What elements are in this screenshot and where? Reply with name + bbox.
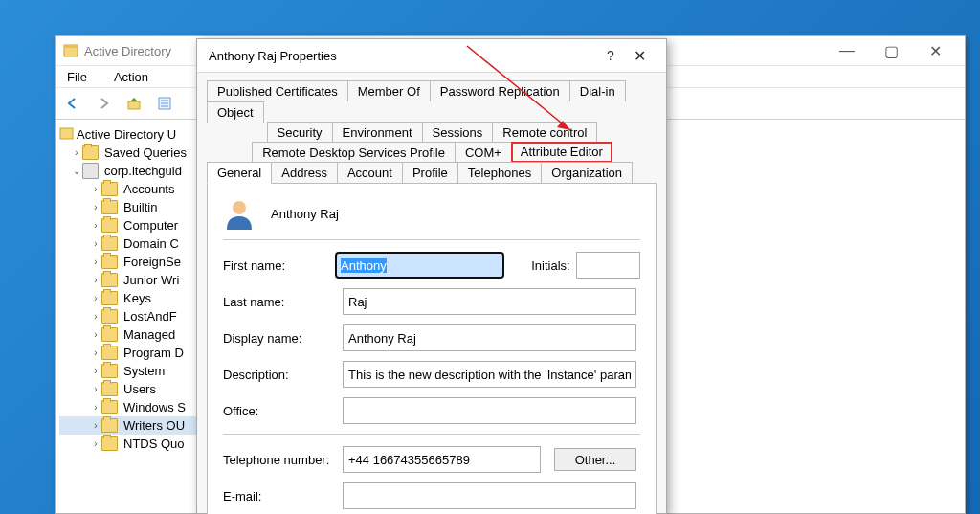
tree-item-label: ForeignSe bbox=[123, 255, 181, 269]
expand-icon[interactable]: › bbox=[90, 220, 101, 231]
tab-panel-general: Anthony Raj First name: Initials: Last n… bbox=[207, 183, 657, 514]
tab-address[interactable]: Address bbox=[271, 162, 338, 184]
label-first-name: First name: bbox=[223, 258, 335, 273]
folder-icon bbox=[101, 291, 118, 305]
domain-icon bbox=[82, 163, 99, 179]
expand-icon[interactable]: › bbox=[90, 293, 101, 303]
folder-icon bbox=[101, 400, 118, 414]
divider bbox=[223, 239, 640, 240]
menu-action[interactable]: Action bbox=[108, 68, 154, 86]
folder-icon bbox=[101, 182, 118, 196]
expand-icon[interactable]: › bbox=[90, 384, 101, 394]
expand-icon[interactable]: › bbox=[71, 147, 82, 158]
tab-telephones[interactable]: Telephones bbox=[457, 162, 543, 184]
folder-icon bbox=[101, 436, 118, 451]
forward-button[interactable] bbox=[90, 91, 117, 116]
close-button[interactable]: ✕ bbox=[913, 36, 957, 65]
tree-item-label: LostAndF bbox=[123, 309, 177, 324]
tab-security[interactable]: Security bbox=[267, 122, 333, 143]
expand-icon[interactable]: › bbox=[90, 366, 101, 376]
tab-account[interactable]: Account bbox=[337, 162, 403, 184]
tab-general[interactable]: General bbox=[207, 162, 272, 184]
folder-icon bbox=[101, 327, 118, 342]
expand-icon[interactable]: › bbox=[90, 275, 101, 285]
menu-file[interactable]: File bbox=[61, 68, 93, 86]
dialog-tabs: Published CertificatesMember OfPassword … bbox=[197, 73, 666, 184]
back-button[interactable] bbox=[59, 91, 86, 116]
expand-icon[interactable]: › bbox=[90, 311, 101, 322]
tab-profile[interactable]: Profile bbox=[402, 162, 458, 184]
tree-item-label: System bbox=[123, 364, 165, 378]
folder-icon bbox=[101, 364, 118, 378]
label-email: E-mail: bbox=[223, 489, 343, 503]
folder-icon bbox=[101, 309, 118, 324]
tree-item-label: Builtin bbox=[123, 200, 157, 214]
tree-item-label: Program D bbox=[123, 346, 184, 360]
label-office: Office: bbox=[223, 404, 343, 418]
properties-button[interactable] bbox=[151, 91, 178, 116]
folder-icon bbox=[101, 273, 118, 287]
tab-object[interactable]: Object bbox=[207, 101, 264, 123]
tab-com+[interactable]: COM+ bbox=[455, 142, 512, 163]
expand-icon[interactable]: › bbox=[90, 420, 101, 431]
expand-icon[interactable]: › bbox=[90, 238, 101, 249]
svg-rect-1 bbox=[64, 45, 78, 48]
expand-icon[interactable]: › bbox=[90, 257, 101, 267]
telephone-field[interactable] bbox=[343, 446, 541, 473]
folder-icon bbox=[101, 200, 118, 214]
dialog-close-button[interactable]: ✕ bbox=[624, 47, 655, 65]
last-name-field[interactable] bbox=[343, 288, 636, 315]
tree-item-label: Keys bbox=[123, 291, 151, 305]
dialog-titlebar: Anthony Raj Properties ? ✕ bbox=[197, 39, 666, 73]
svg-rect-2 bbox=[128, 101, 140, 109]
user-display-name: Anthony Raj bbox=[271, 207, 339, 221]
dialog-title: Anthony Raj Properties bbox=[209, 49, 597, 63]
properties-dialog: Anthony Raj Properties ? ✕ Published Cer… bbox=[196, 38, 667, 514]
up-button[interactable] bbox=[121, 91, 147, 116]
expand-icon[interactable]: › bbox=[90, 402, 101, 413]
expand-icon[interactable]: › bbox=[90, 202, 101, 212]
folder-icon bbox=[101, 382, 118, 396]
office-field[interactable] bbox=[343, 397, 636, 424]
telephone-other-button[interactable]: Other... bbox=[554, 448, 636, 471]
first-name-field[interactable] bbox=[335, 252, 504, 279]
help-button[interactable]: ? bbox=[597, 48, 624, 63]
tree-item-label: Writers OU bbox=[123, 418, 185, 433]
expand-icon[interactable]: › bbox=[90, 438, 101, 449]
tab-organization[interactable]: Organization bbox=[541, 162, 633, 184]
tab-attribute-editor[interactable]: Attribute Editor bbox=[511, 142, 612, 163]
tab-sessions[interactable]: Sessions bbox=[422, 122, 494, 143]
tree-item-label: Junior Wri bbox=[123, 273, 179, 287]
tab-member-of[interactable]: Member Of bbox=[347, 80, 431, 101]
tree-item-label: Computer bbox=[123, 218, 178, 233]
maximize-button[interactable]: ▢ bbox=[869, 36, 913, 65]
tree-item-label: Domain C bbox=[123, 236, 179, 251]
folder-icon bbox=[101, 255, 118, 269]
email-field[interactable] bbox=[343, 482, 636, 509]
label-last-name: Last name: bbox=[223, 295, 343, 309]
folder-icon bbox=[101, 346, 118, 360]
tab-password-replication[interactable]: Password Replication bbox=[430, 80, 570, 101]
tree-item-label: Users bbox=[123, 382, 156, 396]
description-field[interactable] bbox=[343, 361, 636, 388]
tree-item-label: Managed bbox=[123, 327, 175, 342]
tree-item-label: NTDS Quo bbox=[123, 436, 185, 451]
tab-dial-in[interactable]: Dial-in bbox=[569, 80, 626, 101]
folder-icon bbox=[82, 145, 99, 160]
expand-icon[interactable]: › bbox=[90, 184, 101, 194]
ad-app-icon bbox=[63, 43, 78, 58]
tab-remote-desktop-services-profile[interactable]: Remote Desktop Services Profile bbox=[252, 142, 456, 163]
display-name-field[interactable] bbox=[343, 324, 636, 351]
expand-icon[interactable]: › bbox=[90, 329, 101, 340]
label-description: Description: bbox=[223, 368, 343, 382]
minimize-button[interactable]: — bbox=[825, 36, 869, 65]
collapse-icon[interactable]: ⌄ bbox=[71, 166, 82, 176]
expand-icon[interactable]: › bbox=[90, 347, 101, 358]
tab-published-certificates[interactable]: Published Certificates bbox=[207, 80, 348, 101]
divider bbox=[223, 434, 640, 435]
svg-point-8 bbox=[233, 201, 246, 214]
tab-remote-control[interactable]: Remote control bbox=[492, 122, 597, 143]
tab-environment[interactable]: Environment bbox=[332, 122, 423, 143]
initials-field[interactable] bbox=[576, 252, 640, 279]
folder-icon bbox=[101, 236, 118, 251]
